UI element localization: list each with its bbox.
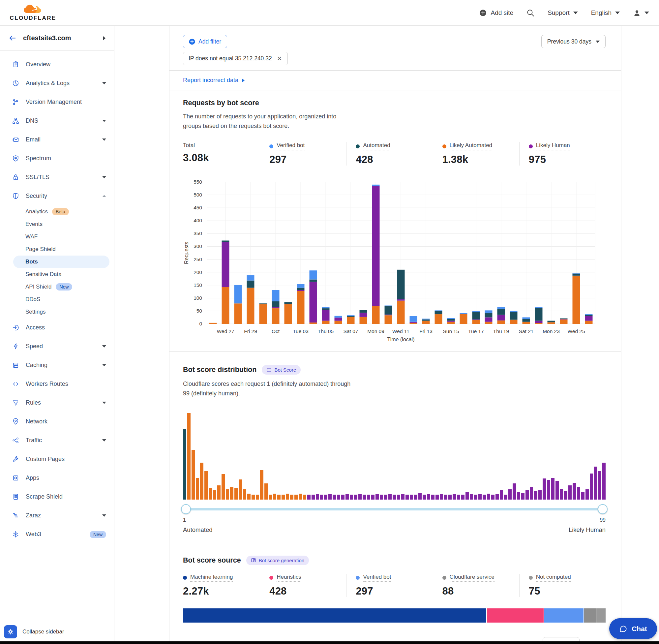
sidebar-item-security[interactable]: Security <box>0 187 114 205</box>
sidebar-item-custom-pages[interactable]: Custom Pages <box>0 450 114 468</box>
cloudflare-cloud-icon <box>22 4 44 15</box>
slider-handle-max[interactable] <box>598 504 608 514</box>
sidebar-item-events[interactable]: Events <box>0 218 114 230</box>
stat-likely-automated: Likely Automated1.38k <box>433 142 519 165</box>
histogram-bar-score-54 <box>410 495 413 500</box>
add-filter-button[interactable]: Add filter <box>183 35 227 48</box>
sidebar-item-speed[interactable]: Speed <box>0 337 114 356</box>
sidebar-item-scrape-shield[interactable]: Scrape Shield <box>0 487 114 506</box>
requests-stats-row: Total3.08kVerified bot297Automated428Lik… <box>183 142 606 165</box>
bar-segment-likely_automated <box>247 288 255 324</box>
add-site-label: Add site <box>491 9 513 17</box>
report-link-label: Report incorrect data <box>183 77 238 84</box>
bar-segment-likely_human <box>472 320 480 320</box>
bot-score-generation-badge[interactable]: Bot score generation <box>246 556 309 565</box>
x-tick-label: Fri 29 <box>244 328 257 334</box>
sidebar-item-web3[interactable]: Web3New <box>0 525 114 544</box>
rules-icon <box>12 399 20 407</box>
histogram-bar-score-27 <box>295 495 298 500</box>
card-title: Bot score distribution Bot Score <box>183 365 606 374</box>
dns-icon <box>12 117 20 125</box>
histogram-bar-score-33 <box>320 495 323 500</box>
collapse-sidebar[interactable]: Collapse sidebar <box>0 622 114 641</box>
histogram-bar-score-63 <box>448 495 452 500</box>
site-selector[interactable]: cftestsite3.com <box>0 26 114 51</box>
bot-score-badge[interactable]: Bot Score <box>262 365 301 374</box>
settings-gear-button[interactable] <box>4 625 17 638</box>
stat-label: Likely Automated <box>442 142 519 151</box>
sidebar-item-label: Email <box>26 136 96 143</box>
date-range-dropdown[interactable]: Previous 30 days <box>541 35 606 48</box>
histogram-bar-score-45 <box>371 495 375 500</box>
bar-segment-automated <box>510 312 518 320</box>
sidebar-item-apps[interactable]: Apps <box>0 468 114 487</box>
sidebar-item-sensitive-data[interactable]: Sensitive Data <box>0 268 114 281</box>
sidebar-item-ssl-tls[interactable]: SSL/TLS <box>0 168 114 187</box>
sidebar-item-ddos[interactable]: DDoS <box>0 293 114 306</box>
histogram-bar-score-50 <box>393 495 396 500</box>
sidebar-item-network[interactable]: Network <box>0 412 114 431</box>
sidebar-item-analytics[interactable]: AnalyticsBeta <box>0 205 114 218</box>
remove-filter-icon[interactable]: ✕ <box>277 55 282 62</box>
bar-segment-automated <box>472 312 480 320</box>
overview-icon <box>12 61 20 68</box>
score-range-slider <box>183 504 606 514</box>
histogram-bar-score-77 <box>508 489 512 500</box>
source-stats-row: Machine learning2.27kHeuristics428Verifi… <box>183 574 606 597</box>
sidebar-item-bots[interactable]: Bots <box>13 256 110 268</box>
histogram-bar-score-36 <box>333 495 336 500</box>
filter-chip[interactable]: IP does not equal 35.212.240.32 ✕ <box>183 52 288 65</box>
support-menu[interactable]: Support <box>547 9 578 17</box>
sidebar-item-caching[interactable]: Caching <box>0 356 114 374</box>
bar-segment-automated <box>535 308 543 321</box>
bar-segment-verified_bot <box>447 318 455 319</box>
report-incorrect-data-link[interactable]: Report incorrect data <box>183 77 244 84</box>
bar-segment-likely_human <box>447 321 455 322</box>
chat-button[interactable]: Chat <box>609 618 657 639</box>
bar-segment-automated <box>397 270 405 299</box>
language-menu[interactable]: English <box>591 9 620 17</box>
sidebar-item-label: DNS <box>26 117 96 124</box>
sidebar-item-waf[interactable]: WAF <box>0 230 114 243</box>
slider-labels: 1 Automated 99 Likely Human <box>183 517 606 533</box>
y-tick-label: 150 <box>193 282 202 288</box>
sidebar-item-label: Workers Routes <box>26 381 106 388</box>
histogram-bar-score-53 <box>405 495 409 500</box>
histogram-bar-score-70 <box>478 494 481 500</box>
slider-handle-min[interactable] <box>181 504 191 514</box>
add-site-button[interactable]: Add site <box>479 9 513 17</box>
sidebar-item-zaraz[interactable]: Zaraz <box>0 506 114 525</box>
sidebar-item-overview[interactable]: Overview <box>0 55 114 74</box>
bar-segment-likely_automated <box>372 306 380 324</box>
sidebar-item-analytics-logs[interactable]: Analytics & Logs <box>0 74 114 93</box>
sidebar-item-rules[interactable]: Rules <box>0 393 114 412</box>
histogram-bar-score-73 <box>491 495 494 500</box>
bar-segment-likely_automated <box>385 316 392 324</box>
legend-dot <box>442 576 446 580</box>
spectrum-icon <box>12 155 20 162</box>
sidebar-item-version-management[interactable]: Version Management <box>0 93 114 112</box>
cloudflare-logo[interactable]: CLOUDFLARE <box>10 4 56 21</box>
analytics-icon <box>12 79 20 87</box>
bar-segment-automated <box>385 306 392 315</box>
sidebar-item-email[interactable]: Email <box>0 130 114 149</box>
sidebar-item-spectrum[interactable]: Spectrum <box>0 149 114 168</box>
back-arrow-icon[interactable] <box>8 34 17 42</box>
bar-segment-automated <box>435 311 442 314</box>
sidebar-item-access[interactable]: Access <box>0 318 114 337</box>
slider-track[interactable] <box>183 508 606 510</box>
search-icon[interactable] <box>526 9 534 17</box>
sidebar-item-api-shield[interactable]: API ShieldNew <box>0 281 114 293</box>
bar-segment-likely_human <box>310 282 317 323</box>
sidebar-item-workers-routes[interactable]: Workers Routes <box>0 374 114 393</box>
sidebar-item-traffic[interactable]: Traffic <box>0 431 114 450</box>
histogram-bar-score-24 <box>282 495 285 500</box>
histogram-bar-score-3 <box>191 450 195 500</box>
sidebar-item-settings[interactable]: Settings <box>0 306 114 318</box>
stat-value: 2.27k <box>183 585 260 597</box>
chevron-down-icon <box>615 12 620 14</box>
sidebar-item-dns[interactable]: DNS <box>0 112 114 130</box>
sidebar-item-page-shield[interactable]: Page Shield <box>0 243 114 256</box>
traffic-icon <box>12 437 20 444</box>
account-menu[interactable] <box>633 9 649 17</box>
